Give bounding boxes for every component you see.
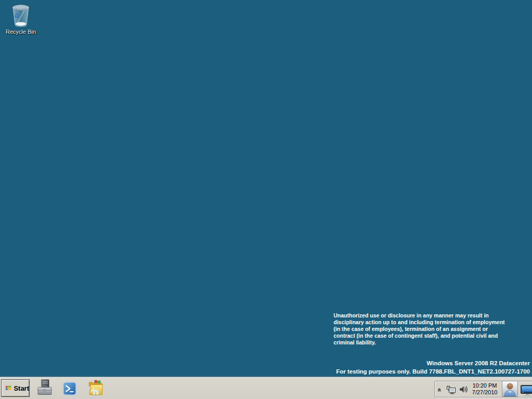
- watermark-build-text: For testing purposes only. Build 7788.FB…: [270, 368, 530, 375]
- start-button-label: Start: [14, 384, 29, 392]
- watermark-disclaimer-text: Unauthorized use or disclosure in any ma…: [334, 312, 530, 346]
- svg-text:♻: ♻: [14, 12, 20, 20]
- chevron-up-icon: «: [436, 388, 443, 391]
- windows-flag-icon: [4, 384, 12, 392]
- start-button[interactable]: Start: [1, 379, 30, 397]
- show-hidden-icons-button[interactable]: «: [436, 385, 444, 394]
- network-icon[interactable]: [445, 384, 456, 394]
- recycle-bin-icon: ♻: [10, 3, 31, 28]
- powershell-icon[interactable]: [63, 382, 76, 395]
- server-manager-icon[interactable]: [37, 379, 52, 396]
- system-tray: « 10:20 PM 7/27/2010: [434, 381, 532, 397]
- user-tile-button[interactable]: [502, 381, 518, 397]
- watermark-edition-text: Windows Server 2008 R2 Datacenter: [270, 360, 530, 366]
- clock-date: 7/27/2010: [469, 389, 500, 396]
- display-icon[interactable]: [521, 385, 532, 396]
- recycle-bin-shortcut[interactable]: ♻ Recycle Bin: [1, 3, 41, 35]
- clock[interactable]: 10:20 PM 7/27/2010: [469, 382, 500, 396]
- folder-icon[interactable]: [88, 380, 103, 395]
- recycle-bin-label: Recycle Bin: [6, 29, 36, 35]
- taskbar: Start: [0, 377, 532, 399]
- clock-time: 10:20 PM: [469, 382, 500, 389]
- volume-icon[interactable]: [459, 385, 469, 394]
- user-icon: [502, 381, 517, 396]
- desktop-background[interactable]: ♻ Recycle Bin Unauthorized use or disclo…: [0, 0, 532, 399]
